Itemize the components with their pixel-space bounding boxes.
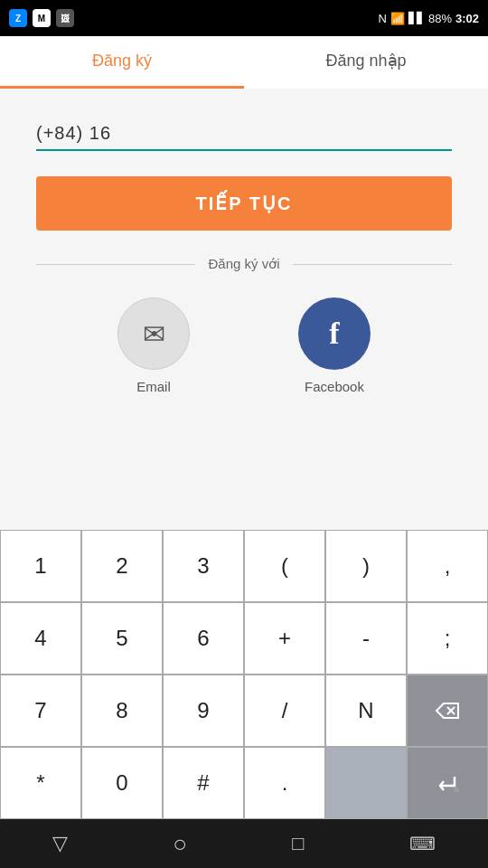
key-comma[interactable]: , — [407, 530, 488, 602]
key-7[interactable]: 7 — [0, 675, 81, 747]
img-icon: 🖼 — [56, 9, 74, 27]
tab-underline — [0, 86, 244, 89]
email-social-button[interactable]: ✉ Email — [117, 297, 190, 394]
back-button[interactable]: ▽ — [52, 832, 68, 855]
facebook-social-button[interactable]: f Facebook — [298, 297, 371, 394]
phone-input[interactable] — [36, 116, 452, 151]
key-4[interactable]: 4 — [0, 602, 81, 675]
zalo-icon: Z — [9, 9, 27, 27]
key-slash[interactable]: / — [244, 675, 325, 747]
time-label: 3:02 — [455, 12, 479, 25]
signal-icon: ▋▋ — [408, 12, 425, 24]
key-n[interactable]: N — [325, 675, 407, 747]
home-button[interactable]: ○ — [173, 830, 187, 858]
facebook-label: Facebook — [305, 379, 364, 394]
tab-register[interactable]: Đăng ký — [0, 36, 244, 89]
key-3[interactable]: 3 — [163, 530, 244, 602]
keyboard-row-3: 7 8 9 / N — [0, 675, 488, 747]
enter-icon — [435, 773, 460, 793]
key-minus[interactable]: - — [325, 602, 407, 675]
ml-icon: M — [33, 9, 51, 27]
main-content: TIẾP TỤC Đăng ký với ✉ Email f Facebook — [0, 89, 488, 412]
svg-point-2 — [454, 787, 459, 792]
tab-bar: Đăng ký Đăng nhập — [0, 36, 488, 89]
key-5[interactable]: 5 — [81, 602, 163, 675]
status-left: Z M 🖼 — [9, 9, 74, 27]
key-plus[interactable]: + — [244, 602, 325, 675]
key-hash[interactable]: # — [163, 747, 244, 819]
email-label: Email — [136, 379, 171, 394]
bottom-nav: ▽ ○ □ ⌨ — [0, 819, 488, 868]
key-empty — [325, 747, 407, 819]
continue-button[interactable]: TIẾP TỤC — [36, 176, 452, 231]
key-6[interactable]: 6 — [163, 602, 244, 675]
status-right: N 📶 ▋▋ 88% 3:02 — [379, 12, 479, 25]
tab-login[interactable]: Đăng nhập — [244, 36, 488, 89]
key-0[interactable]: 0 — [81, 747, 163, 819]
divider-line-right — [293, 264, 452, 265]
recent-button[interactable]: □ — [292, 832, 304, 855]
keyboard-button[interactable]: ⌨ — [409, 833, 436, 854]
divider-text: Đăng ký với — [195, 256, 292, 272]
keyboard-row-1: 1 2 3 ( ) , — [0, 530, 488, 602]
key-1[interactable]: 1 — [0, 530, 81, 602]
email-icon: ✉ — [143, 318, 165, 350]
enter-key[interactable] — [407, 747, 488, 819]
email-icon-circle: ✉ — [117, 297, 190, 370]
key-2[interactable]: 2 — [81, 530, 163, 602]
phone-input-wrapper — [36, 116, 452, 151]
backspace-icon — [435, 702, 460, 720]
social-buttons-row: ✉ Email f Facebook — [36, 297, 452, 394]
continue-button-label: TIẾP TỤC — [196, 193, 293, 213]
facebook-icon: f — [329, 316, 339, 351]
key-close-paren[interactable]: ) — [325, 530, 407, 602]
key-period[interactable]: . — [244, 747, 325, 819]
battery-label: 88% — [428, 12, 452, 25]
tab-register-label: Đăng ký — [92, 52, 152, 71]
nfc-icon: N — [379, 12, 387, 25]
status-bar: Z M 🖼 N 📶 ▋▋ 88% 3:02 — [0, 0, 488, 36]
key-8[interactable]: 8 — [81, 675, 163, 747]
tab-login-label: Đăng nhập — [325, 51, 406, 71]
keyboard: 1 2 3 ( ) , 4 5 6 + - ; 7 8 9 / N * 0 # … — [0, 530, 488, 819]
key-star[interactable]: * — [0, 747, 81, 819]
divider-line-left — [36, 264, 195, 265]
divider-row: Đăng ký với — [36, 256, 452, 272]
facebook-icon-circle: f — [298, 297, 371, 370]
key-9[interactable]: 9 — [163, 675, 244, 747]
backspace-key[interactable] — [407, 675, 488, 747]
keyboard-row-2: 4 5 6 + - ; — [0, 602, 488, 675]
key-semicolon[interactable]: ; — [407, 602, 488, 675]
key-open-paren[interactable]: ( — [244, 530, 325, 602]
keyboard-row-4: * 0 # . — [0, 747, 488, 819]
wifi-icon: 📶 — [390, 12, 405, 25]
